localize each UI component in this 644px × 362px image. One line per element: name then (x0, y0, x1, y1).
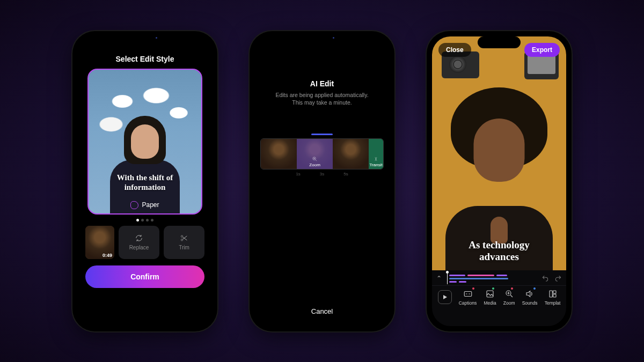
dynamic-island (478, 36, 521, 48)
scissors-icon (180, 234, 188, 242)
style-caption: With the shift of information (89, 173, 201, 192)
replace-button[interactable]: Replace (119, 226, 159, 259)
tool-templates[interactable]: Templat (545, 289, 561, 306)
redo-icon[interactable] (554, 275, 562, 282)
templates-icon (548, 289, 558, 299)
cancel-button[interactable]: Cancel (255, 297, 389, 326)
clip-duration: 0:49 (103, 253, 112, 258)
expand-toggle[interactable]: ⌃ (436, 275, 442, 282)
svg-rect-6 (550, 291, 552, 297)
paper-icon (130, 201, 138, 209)
ai-edit-subtitle: Edits are being applied automatically. T… (275, 91, 368, 107)
tool-zoom[interactable]: Zoom (503, 289, 515, 306)
screen-2: AI Edit Edits are being applied automati… (255, 36, 389, 326)
svg-rect-7 (553, 291, 555, 293)
phone-ai-edit: AI Edit Edits are being applied automati… (250, 31, 394, 331)
trim-button[interactable]: Trim (164, 226, 204, 259)
tool-captions[interactable]: Captions (459, 289, 477, 306)
phone-notch (121, 31, 169, 44)
sounds-icon (525, 289, 535, 299)
carousel-dots[interactable] (78, 219, 212, 221)
play-icon (442, 294, 448, 300)
replace-icon (135, 234, 143, 242)
video-caption: As technology advances (432, 239, 566, 263)
export-button[interactable]: Export (524, 43, 560, 57)
screen-1: Select Edit Style With the shift of info… (78, 36, 212, 326)
play-button[interactable] (438, 290, 452, 304)
undo-icon[interactable] (541, 275, 549, 282)
style-subject (107, 112, 182, 213)
svg-rect-3 (464, 291, 472, 296)
tool-sounds[interactable]: Sounds (522, 289, 538, 306)
timeline-segment (333, 139, 369, 169)
svg-point-0 (181, 235, 182, 237)
svg-rect-8 (553, 294, 555, 297)
tool-media[interactable]: Media (484, 289, 496, 306)
clip-thumbnail[interactable]: 0:49 (85, 226, 114, 259)
confirm-button[interactable]: Confirm (85, 265, 204, 288)
transition-icon (373, 156, 379, 162)
ai-timeline: Zoom Transit 1s 3s 5s (255, 134, 389, 176)
svg-point-1 (181, 239, 182, 241)
captions-icon (463, 289, 473, 299)
timeline-segment (261, 139, 297, 169)
phone-editor: Close Export As technology advances ⌃ (427, 31, 572, 331)
screen-3: Close Export As technology advances ⌃ (432, 36, 566, 326)
style-card-paper[interactable]: With the shift of information Paper (87, 69, 202, 215)
timeline-scrubber[interactable] (446, 272, 537, 284)
progress-indicator (311, 134, 333, 135)
timeline-ticks: 1s 3s 5s (260, 169, 384, 176)
close-button[interactable]: Close (438, 43, 471, 57)
timeline-segment-zoom: Zoom (297, 139, 333, 169)
style-name-label: Paper (89, 201, 201, 209)
phone-select-style: Select Edit Style With the shift of info… (72, 31, 217, 331)
media-icon (485, 289, 495, 299)
zoom-icon (312, 156, 318, 162)
phone-notch (298, 31, 346, 44)
editor-controls: ⌃ (432, 270, 566, 326)
zoom-tool-icon (504, 289, 514, 299)
timeline-segment-transition: Transit (369, 139, 383, 169)
video-canvas[interactable]: Close Export As technology advances (432, 36, 566, 270)
ai-edit-title: AI Edit (310, 79, 334, 88)
